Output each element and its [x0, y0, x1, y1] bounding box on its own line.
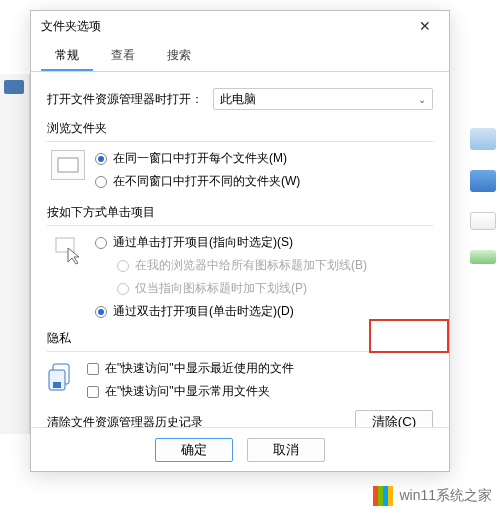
privacy-frequent-folders[interactable]: 在"快速访问"中显示常用文件夹	[87, 383, 294, 400]
privacy-recent-files[interactable]: 在"快速访问"中显示最近使用的文件	[87, 360, 294, 377]
click-opt-underline-hover: 仅当指向图标标题时加下划线(P)	[117, 280, 367, 297]
radio-icon	[95, 306, 107, 318]
titlebar: 文件夹选项 ✕	[31, 11, 449, 41]
svg-rect-0	[58, 158, 78, 172]
clear-button[interactable]: 清除(C)	[355, 410, 433, 427]
close-icon: ✕	[419, 18, 431, 34]
radio-icon	[95, 153, 107, 165]
cancel-button[interactable]: 取消	[247, 438, 325, 462]
bg-folder-icon	[470, 170, 496, 192]
watermark-text: win11系统之家	[399, 487, 492, 505]
click-opt-single[interactable]: 通过单击打开项目(指向时选定)(S)	[95, 234, 367, 251]
ok-button[interactable]: 确定	[155, 438, 233, 462]
tab-strip: 常规 查看 搜索	[31, 41, 449, 72]
tab-general[interactable]: 常规	[41, 41, 93, 71]
checkbox-icon	[87, 363, 99, 375]
clear-history-label: 清除文件资源管理器历史记录	[47, 414, 203, 428]
privacy-group-label: 隐私	[47, 330, 433, 347]
bg-drive-icon	[470, 250, 496, 264]
open-with-combo[interactable]: 此电脑 ⌄	[213, 88, 433, 110]
bg-folder-icon	[470, 128, 496, 150]
browse-opt-diff-window[interactable]: 在不同窗口中打开不同的文件夹(W)	[95, 173, 300, 190]
radio-icon	[95, 176, 107, 188]
radio-icon	[117, 283, 129, 295]
click-opt-underline-all: 在我的浏览器中给所有图标标题加下划线(B)	[117, 257, 367, 274]
folder-options-dialog: 文件夹选项 ✕ 常规 查看 搜索 打开文件资源管理器时打开： 此电脑 ⌄ 浏览文…	[30, 10, 450, 472]
radio-icon	[117, 260, 129, 272]
watermark: win11系统之家	[373, 486, 492, 506]
browse-folder-icon	[51, 150, 85, 180]
browse-opt-same-window[interactable]: 在同一窗口中打开每个文件夹(M)	[95, 150, 300, 167]
windows-logo-icon	[373, 486, 393, 506]
cursor-icon	[51, 234, 85, 268]
checkbox-icon	[87, 386, 99, 398]
bg-drive-icon	[470, 212, 496, 230]
close-button[interactable]: ✕	[411, 15, 439, 37]
dialog-buttons: 确定 取消	[31, 427, 449, 471]
click-opt-double[interactable]: 通过双击打开项目(单击时选定)(D)	[95, 303, 367, 320]
browse-group-label: 浏览文件夹	[47, 120, 433, 137]
svg-rect-1	[56, 238, 74, 252]
click-group-label: 按如下方式单击项目	[47, 204, 433, 221]
chevron-down-icon: ⌄	[418, 94, 426, 105]
privacy-icon	[47, 360, 77, 394]
dialog-title: 文件夹选项	[41, 18, 101, 35]
tab-search[interactable]: 搜索	[153, 41, 205, 71]
open-with-label: 打开文件资源管理器时打开：	[47, 91, 203, 108]
tab-view[interactable]: 查看	[97, 41, 149, 71]
tab-content: 打开文件资源管理器时打开： 此电脑 ⌄ 浏览文件夹 在同一窗口中打开每个文件夹(…	[31, 72, 449, 427]
open-with-value: 此电脑	[220, 91, 256, 108]
svg-rect-4	[53, 382, 61, 388]
radio-icon	[95, 237, 107, 249]
